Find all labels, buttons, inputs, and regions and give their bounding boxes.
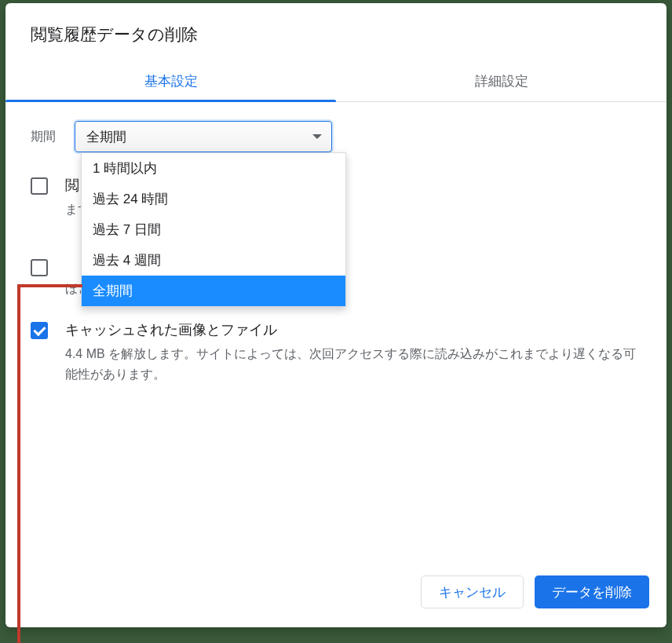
tab-basic[interactable]: 基本設定 bbox=[5, 61, 336, 101]
option-title: キャッシュされた画像とファイル bbox=[65, 320, 641, 339]
checkbox-browsing-history[interactable] bbox=[31, 177, 48, 195]
chevron-down-icon bbox=[312, 134, 322, 139]
dialog-footer: キャンセル データを削除 bbox=[5, 560, 667, 627]
time-range-option-1h[interactable]: 1 時間以内 bbox=[82, 153, 345, 184]
tab-advanced[interactable]: 詳細設定 bbox=[336, 61, 667, 101]
dialog-body: 期間 全期間 1 時間以内 過去 24 時間 過去 7 日間 過去 4 週間 全… bbox=[5, 102, 667, 560]
option-desc: 4.4 MB を解放します。サイトによっては、次回アクセスする際に読み込みがこれ… bbox=[65, 344, 641, 384]
time-range-option-24h[interactable]: 過去 24 時間 bbox=[82, 184, 345, 214]
tab-bar: 基本設定 詳細設定 bbox=[5, 61, 667, 102]
time-range-label: 期間 bbox=[31, 129, 56, 145]
dialog-title: 閲覧履歴データの削除 bbox=[5, 3, 667, 61]
time-range-dropdown: 1 時間以内 過去 24 時間 過去 7 日間 過去 4 週間 全期間 bbox=[81, 152, 346, 307]
checkbox-cache[interactable] bbox=[31, 322, 48, 339]
time-range-option-7d[interactable]: 過去 7 日間 bbox=[82, 214, 345, 245]
option-row-cache: キャッシュされた画像とファイル 4.4 MB を解放します。サイトによっては、次… bbox=[31, 320, 641, 384]
confirm-button[interactable]: データを削除 bbox=[535, 575, 649, 608]
time-range-option-all[interactable]: 全期間 bbox=[82, 276, 345, 306]
time-range-option-4w[interactable]: 過去 4 週間 bbox=[82, 245, 345, 276]
time-range-select[interactable]: 全期間 bbox=[75, 121, 332, 152]
cancel-button[interactable]: キャンセル bbox=[421, 575, 524, 608]
time-range-selected-value: 全期間 bbox=[86, 128, 126, 146]
checkbox-cookies[interactable] bbox=[31, 259, 48, 276]
time-range-row: 期間 全期間 bbox=[31, 121, 641, 152]
clear-browsing-data-dialog: 閲覧履歴データの削除 基本設定 詳細設定 期間 全期間 1 時間以内 過去 24… bbox=[5, 3, 667, 627]
